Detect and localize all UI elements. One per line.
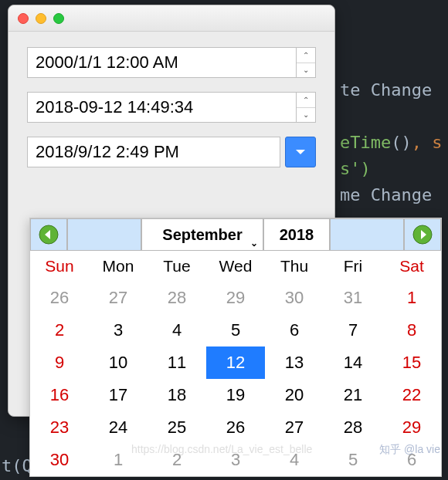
weekday-header: Mon bbox=[89, 251, 148, 282]
calendar-day[interactable]: 2 bbox=[30, 314, 89, 346]
spinner-2: ⌃ ⌄ bbox=[296, 92, 316, 123]
weekday-header: Thu bbox=[265, 251, 324, 282]
calendar-dropdown-button[interactable] bbox=[285, 137, 316, 167]
calendar-day[interactable]: 20 bbox=[265, 379, 324, 411]
weekday-row: SunMonTueWedThuFriSat bbox=[30, 251, 441, 282]
calendar-day[interactable]: 29 bbox=[206, 282, 265, 314]
calendar-day[interactable]: 22 bbox=[382, 379, 441, 411]
calendar-day[interactable]: 5 bbox=[206, 314, 265, 346]
arrow-right-icon bbox=[412, 225, 433, 245]
calendar-day[interactable]: 11 bbox=[148, 346, 206, 379]
calendar-day[interactable]: 16 bbox=[30, 379, 89, 411]
step-down-button[interactable]: ⌄ bbox=[297, 108, 315, 123]
spinner-1: ⌃ ⌄ bbox=[296, 47, 316, 78]
next-month-button[interactable] bbox=[404, 218, 441, 251]
calendar-day[interactable]: 28 bbox=[324, 411, 382, 444]
calendar-day[interactable]: 31 bbox=[324, 282, 382, 314]
step-up-button[interactable]: ⌃ bbox=[297, 48, 315, 63]
prev-month-button[interactable] bbox=[30, 218, 67, 251]
calendar-day[interactable]: 19 bbox=[206, 379, 265, 411]
window-body: ⌃ ⌄ ⌃ ⌄ bbox=[8, 32, 334, 167]
calendar-day[interactable]: 10 bbox=[89, 346, 148, 379]
calendar-day[interactable]: 21 bbox=[324, 379, 382, 411]
zhihu-badge: 知乎 @la vie bbox=[379, 443, 440, 457]
calendar-day[interactable]: 30 bbox=[265, 282, 324, 314]
calendar-day[interactable]: 8 bbox=[382, 314, 441, 346]
weekday-header: Wed bbox=[206, 251, 265, 282]
step-up-button[interactable]: ⌃ bbox=[297, 93, 315, 108]
header-spacer-left bbox=[67, 218, 141, 251]
calendar-day[interactable]: 26 bbox=[30, 282, 89, 314]
calendar-day[interactable]: 7 bbox=[324, 314, 382, 346]
code-bottom: t(Q bbox=[2, 456, 32, 475]
datetime-input-1[interactable] bbox=[27, 47, 296, 78]
weekday-header: Fri bbox=[324, 251, 382, 282]
titlebar bbox=[8, 5, 334, 32]
calendar-day[interactable]: 23 bbox=[30, 411, 89, 444]
calendar-day[interactable]: 1 bbox=[382, 282, 441, 314]
datetime-field-2: ⌃ ⌄ bbox=[27, 92, 316, 123]
datetime-input-2[interactable] bbox=[27, 92, 296, 123]
calendar-day[interactable]: 24 bbox=[89, 411, 148, 444]
calendar-day[interactable]: 25 bbox=[148, 411, 206, 444]
calendar-day[interactable]: 15 bbox=[382, 346, 441, 379]
calendar-day[interactable]: 12 bbox=[206, 346, 265, 379]
header-spacer-right bbox=[330, 218, 404, 251]
calendar-day[interactable]: 14 bbox=[324, 346, 382, 379]
chevron-down-icon: ⌄ bbox=[250, 238, 258, 248]
calendar-popup: September ⌄ 2018 SunMonTueWedThuFriSat 2… bbox=[29, 218, 442, 477]
calendar-day[interactable]: 30 bbox=[30, 444, 89, 476]
calendar-day[interactable]: 17 bbox=[89, 379, 148, 411]
calendar-day[interactable]: 4 bbox=[148, 314, 206, 346]
calendar-day[interactable]: 28 bbox=[148, 282, 206, 314]
weekday-header: Sun bbox=[30, 251, 89, 282]
month-label: September bbox=[162, 226, 242, 244]
calendar-day[interactable]: 9 bbox=[30, 346, 89, 379]
minimize-icon[interactable] bbox=[36, 13, 46, 24]
calendar-day[interactable]: 18 bbox=[148, 379, 206, 411]
calendar-day[interactable]: 5 bbox=[324, 444, 382, 476]
calendar-day[interactable]: 27 bbox=[89, 282, 148, 314]
datetime-field-1: ⌃ ⌄ bbox=[27, 47, 316, 78]
year-label: 2018 bbox=[280, 226, 314, 244]
calendar-day[interactable]: 26 bbox=[206, 411, 265, 444]
month-selector[interactable]: September ⌄ bbox=[141, 218, 263, 251]
calendar-day[interactable]: 6 bbox=[265, 314, 324, 346]
arrow-left-icon bbox=[39, 225, 59, 245]
year-selector[interactable]: 2018 bbox=[263, 218, 330, 251]
step-down-button[interactable]: ⌄ bbox=[297, 63, 315, 78]
datetime-input-3[interactable] bbox=[27, 137, 280, 167]
calendar-header: September ⌄ 2018 bbox=[30, 218, 441, 251]
weekday-header: Sat bbox=[382, 251, 441, 282]
calendar-day[interactable]: 29 bbox=[382, 411, 441, 444]
zoom-icon[interactable] bbox=[53, 13, 64, 24]
weekday-header: Tue bbox=[148, 251, 206, 282]
datetime-field-3 bbox=[27, 137, 316, 167]
calendar-day[interactable]: 3 bbox=[89, 314, 148, 346]
watermark: https://blog.csdn.net/La_vie_est_belle bbox=[131, 443, 312, 455]
calendar-day[interactable]: 13 bbox=[265, 346, 324, 379]
chevron-down-icon bbox=[294, 147, 307, 157]
calendar-day[interactable]: 27 bbox=[265, 411, 324, 444]
close-icon[interactable] bbox=[18, 13, 29, 24]
